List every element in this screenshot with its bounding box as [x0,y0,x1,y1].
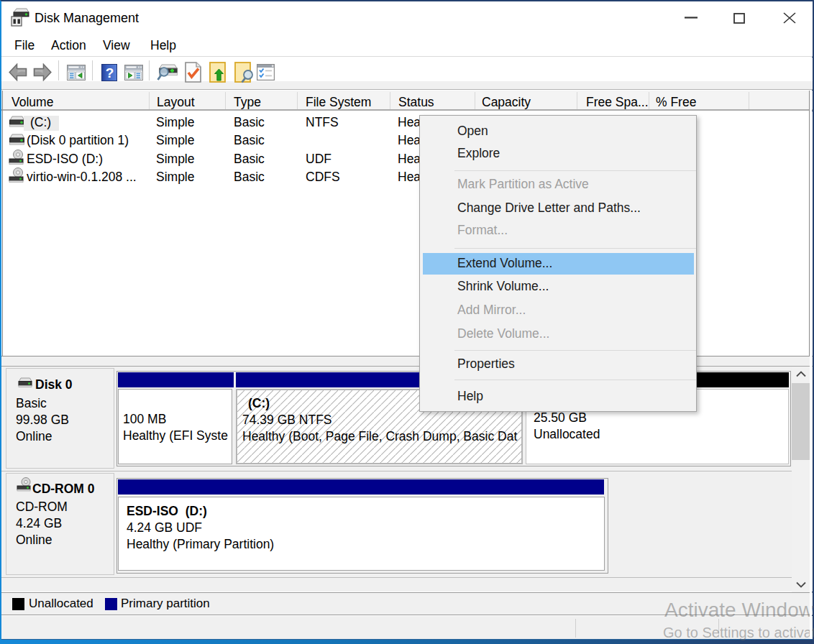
svg-text:?: ? [106,65,114,80]
